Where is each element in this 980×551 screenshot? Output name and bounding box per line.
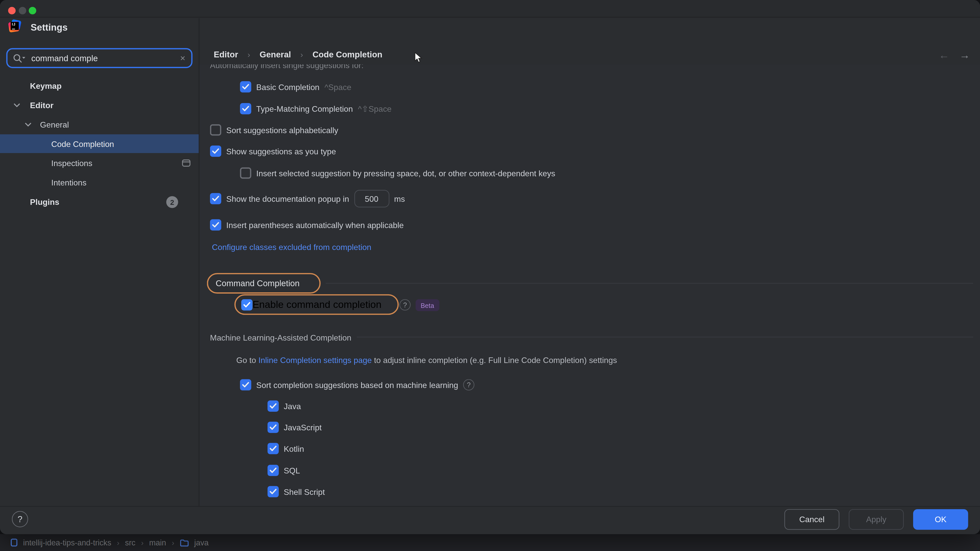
mouse-cursor	[414, 52, 423, 63]
option-label[interactable]: Insert selected suggestion by pressing s…	[256, 168, 555, 178]
checkbox-insert-parentheses[interactable]	[210, 219, 221, 230]
checkbox-insert-selected[interactable]	[240, 167, 251, 179]
search-input[interactable]	[31, 53, 175, 63]
ide-breadcrumb-java[interactable]: java	[194, 538, 208, 547]
breadcrumb-separator: ›	[172, 538, 174, 547]
settings-window: intellij-idea-tips-and-tricks › src › ma…	[0, 0, 980, 551]
checkbox-enable-command-completion[interactable]	[241, 299, 252, 310]
checkbox-show-suggestions[interactable]	[210, 146, 221, 157]
sidebar-item-inspections[interactable]: Inspections	[51, 154, 92, 172]
ide-breadcrumb-bar: intellij-idea-tips-and-tricks › src › ma…	[0, 534, 980, 551]
settings-search-box[interactable]: ✕	[6, 48, 192, 68]
option-label[interactable]: SQL	[284, 466, 300, 475]
checkbox-shell-script[interactable]	[267, 486, 279, 497]
breadcrumb-separator: ›	[117, 538, 119, 547]
help-icon[interactable]: ?	[399, 299, 410, 310]
checkbox-basic-completion[interactable]	[240, 81, 251, 92]
checkbox-kotlin[interactable]	[267, 443, 279, 454]
option-label[interactable]: Show the documentation popup in	[226, 194, 349, 203]
help-icon[interactable]: ?	[463, 380, 474, 391]
clear-search-icon[interactable]: ✕	[180, 54, 186, 62]
checkbox-java[interactable]	[267, 400, 279, 412]
shortcut-hint: ^⇧Space	[358, 104, 391, 114]
sidebar-item-general[interactable]: General	[40, 115, 69, 134]
back-arrow-icon[interactable]: ←	[939, 49, 950, 62]
option-label[interactable]: Type-Matching Completion	[256, 104, 353, 114]
section-title: Command Completion	[216, 279, 300, 288]
option-sort-alphabetically: Sort suggestions alphabetically	[210, 124, 339, 135]
dialog-title: Settings	[30, 22, 68, 33]
maximize-window-button[interactable]	[29, 7, 36, 14]
option-show-suggestions: Show suggestions as you type	[210, 146, 336, 157]
close-window-button[interactable]	[8, 7, 16, 14]
option-label[interactable]: Show suggestions as you type	[226, 146, 336, 156]
option-type-matching-completion: Type-Matching Completion ^⇧Space	[240, 103, 391, 114]
minimize-window-button[interactable]	[19, 7, 26, 14]
breadcrumb: Editor › General › Code Completion	[214, 50, 383, 59]
option-lang-javascript: JavaScript	[267, 422, 321, 433]
note-prefix: Go to	[236, 355, 259, 365]
option-documentation-popup: Show the documentation popup in ms	[210, 189, 405, 208]
sidebar-item-plugins[interactable]: Plugins	[30, 192, 59, 211]
settings-content-panel: Automatically insert single suggestions …	[199, 64, 980, 506]
checkbox-sort-ml[interactable]	[240, 380, 251, 391]
option-label[interactable]: JavaScript	[284, 423, 322, 432]
cancel-button[interactable]: Cancel	[784, 509, 839, 530]
ml-section-title: Machine Learning-Assisted Completion	[210, 333, 352, 342]
chevron-down-icon[interactable]	[14, 103, 20, 107]
module-icon	[11, 538, 18, 547]
folder-icon	[180, 539, 189, 546]
ide-breadcrumb-src[interactable]: src	[125, 538, 135, 547]
chevron-down-icon[interactable]	[25, 122, 31, 127]
option-basic-completion: Basic Completion ^Space	[240, 81, 351, 92]
sidebar-item-keymap[interactable]: Keymap	[30, 76, 62, 95]
sidebar-item-code-completion[interactable]: Code Completion	[0, 135, 199, 153]
shortcut-hint: ^Space	[325, 82, 351, 92]
breadcrumb-general[interactable]: General	[259, 50, 291, 59]
breadcrumb-separator: ›	[301, 50, 303, 59]
sidebar-item-editor[interactable]: Editor	[30, 96, 54, 114]
ide-breadcrumb-main[interactable]: main	[149, 538, 166, 547]
breadcrumb-editor[interactable]: Editor	[214, 50, 239, 59]
inline-completion-settings-link[interactable]: Inline Completion settings page	[258, 355, 372, 365]
option-label[interactable]: Sort completion suggestions based on mac…	[256, 380, 458, 389]
checkbox-sql[interactable]	[267, 465, 279, 476]
checkbox-javascript[interactable]	[267, 422, 279, 433]
option-label[interactable]: Basic Completion	[256, 82, 320, 92]
forward-arrow-icon[interactable]: →	[959, 49, 970, 62]
configure-excluded-classes-link[interactable]: Configure classes excluded from completi…	[212, 242, 371, 252]
section-heading-clipped: Automatically insert single suggestions …	[210, 64, 364, 70]
option-label[interactable]: Kotlin	[284, 444, 304, 453]
ide-breadcrumb-project[interactable]: intellij-idea-tips-and-tricks	[23, 538, 111, 547]
checkbox-doc-popup[interactable]	[210, 193, 221, 204]
apply-button[interactable]: Apply	[849, 509, 904, 530]
breadcrumb-separator: ›	[141, 538, 144, 547]
option-lang-java: Java	[267, 400, 301, 412]
breadcrumb-code-completion[interactable]: Code Completion	[312, 50, 382, 59]
inline-completion-note: Go to Inline Completion settings page to…	[236, 355, 617, 365]
option-lang-shell-script: Shell Script	[267, 486, 325, 497]
ms-unit-label: ms	[394, 194, 405, 203]
checkbox-sort-alphabetically[interactable]	[210, 124, 221, 135]
note-suffix: to adjust inline completion (e.g. Full L…	[372, 355, 617, 365]
help-button[interactable]: ?	[12, 511, 28, 527]
breadcrumb-separator: ›	[248, 50, 250, 59]
intellij-logo-icon: IJ	[10, 21, 21, 32]
option-label[interactable]: Insert parentheses automatically when ap…	[226, 220, 404, 230]
ok-button[interactable]: OK	[913, 509, 968, 530]
plugins-count-badge: 2	[166, 196, 178, 208]
panel-icon	[182, 159, 191, 167]
option-enable-command-completion: Enable command completion	[234, 294, 399, 315]
sidebar-item-intentions[interactable]: Intentions	[51, 173, 86, 192]
beta-badge: Beta	[416, 299, 439, 311]
option-label[interactable]: Sort suggestions alphabetically	[226, 125, 339, 135]
option-label[interactable]: Enable command completion	[252, 299, 381, 310]
option-lang-kotlin: Kotlin	[267, 443, 304, 454]
settings-dialog: IJ Settings ✕ Keymap Editor General Code…	[0, 0, 980, 534]
checkbox-type-matching[interactable]	[240, 103, 251, 114]
titlebar	[0, 0, 980, 17]
option-label[interactable]: Shell Script	[284, 487, 325, 496]
doc-popup-delay-input[interactable]	[354, 190, 389, 207]
search-icon	[13, 53, 26, 63]
option-label[interactable]: Java	[284, 401, 301, 411]
